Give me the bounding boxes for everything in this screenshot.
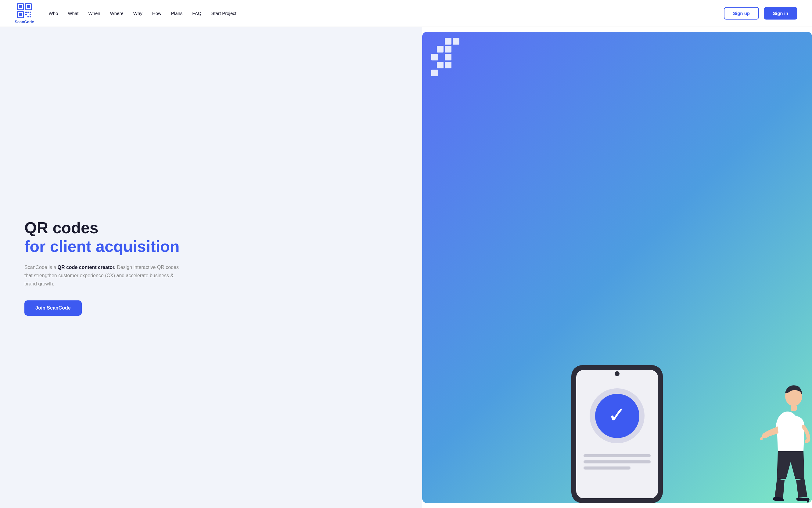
hero-title-line2: for client acquisition (25, 237, 183, 256)
hero-description: ScanCode is a QR code content creator. D… (25, 263, 183, 288)
svg-rect-10 (30, 14, 31, 15)
join-button[interactable]: Join ScanCode (25, 300, 82, 316)
check-circle-inner: ✓ (595, 394, 639, 438)
nav-actions: Sign up Sign in (724, 7, 797, 19)
signup-button[interactable]: Sign up (724, 7, 759, 19)
person-illustration (748, 356, 812, 503)
nav-what[interactable]: What (68, 11, 79, 16)
hero-left: QR codes for client acquisition ScanCode… (0, 27, 422, 508)
svg-rect-6 (25, 12, 27, 13)
phone-body: ✓ (571, 365, 663, 503)
nav-plans[interactable]: Plans (171, 11, 183, 16)
logo-text: ScanCode (15, 19, 34, 24)
phone-illustration: ✓ (568, 365, 666, 503)
phone-line-1 (583, 454, 651, 457)
checkmark-icon: ✓ (608, 404, 626, 426)
svg-rect-1 (19, 5, 22, 8)
hero-right: ✓ (422, 32, 812, 503)
phone-line-2 (583, 460, 651, 463)
svg-rect-15 (791, 405, 797, 411)
hero-content: QR codes for client acquisition ScanCode… (25, 219, 183, 315)
navbar: ScanCode Who What When Where Why How Pla… (0, 0, 812, 27)
svg-rect-7 (28, 12, 29, 13)
svg-rect-16 (807, 498, 809, 503)
nav-when[interactable]: When (88, 11, 100, 16)
hero-desc-bold: QR code content creator. (58, 265, 115, 270)
phone-screen: ✓ (576, 370, 658, 498)
nav-faq[interactable]: FAQ (192, 11, 201, 16)
svg-rect-8 (30, 12, 31, 13)
phone-notch (615, 371, 620, 376)
svg-rect-9 (25, 14, 27, 15)
nav-start-project[interactable]: Start Project (211, 11, 236, 16)
svg-rect-5 (19, 13, 22, 16)
hero-title-line1: QR codes (25, 219, 183, 237)
phone-content-lines (583, 454, 651, 473)
svg-rect-3 (27, 5, 30, 8)
nav-how[interactable]: How (152, 11, 161, 16)
check-circle-outer: ✓ (590, 388, 644, 443)
signin-button[interactable]: Sign in (764, 7, 797, 19)
nav-where[interactable]: Where (110, 11, 124, 16)
nav-links: Who What When Where Why How Plans FAQ St… (49, 11, 724, 16)
svg-rect-12 (30, 16, 31, 17)
svg-rect-11 (28, 16, 29, 17)
phone-line-3 (583, 466, 630, 470)
logo-icon (16, 2, 33, 19)
logo[interactable]: ScanCode (15, 2, 34, 24)
nav-who[interactable]: Who (49, 11, 58, 16)
nav-why[interactable]: Why (133, 11, 142, 16)
hero-desc-prefix: ScanCode is a (25, 265, 58, 270)
qr-pixel-decoration (431, 38, 465, 78)
hero-section: QR codes for client acquisition ScanCode… (0, 27, 812, 508)
